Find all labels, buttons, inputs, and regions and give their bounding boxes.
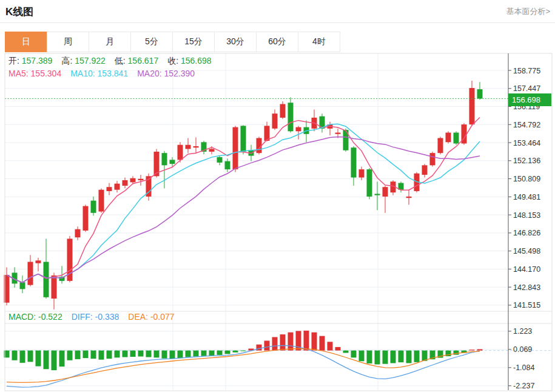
macd-histogram-bar: [328, 342, 333, 350]
axis-tick-label: 157.447: [513, 84, 540, 93]
candle-body: [28, 262, 33, 285]
macd-histogram-bar: [383, 351, 388, 364]
axis-tick-label: 150.809: [513, 175, 540, 183]
candle-body: [422, 165, 428, 175]
macd-histogram-bar: [201, 351, 207, 356]
candle-body: [44, 262, 49, 297]
macd-histogram-bar: [178, 351, 183, 358]
ma5-value: MA5: 155.304: [8, 69, 61, 78]
candle-body: [359, 169, 365, 177]
macd-histogram-bar: [217, 351, 223, 355]
macd-histogram-bar: [36, 351, 41, 367]
macd-histogram-bar: [272, 337, 278, 351]
macd-histogram-bar: [367, 351, 372, 363]
macd-histogram-bar: [20, 351, 25, 363]
candle-body: [454, 133, 459, 144]
diff-value: DIFF: -0.338: [72, 312, 119, 322]
candle-body: [406, 197, 412, 198]
candle-body: [52, 275, 57, 299]
macd-histogram-bar: [107, 351, 112, 359]
candle-body: [115, 184, 120, 190]
macd-histogram-bar: [469, 350, 475, 350]
ohlc-open: 开: 157.389: [8, 56, 52, 66]
macd-histogram-bar: [75, 351, 81, 359]
macd-histogram-bar: [288, 333, 294, 351]
macd-histogram-bar: [146, 351, 152, 357]
candle-body: [99, 190, 104, 212]
macd-histogram-bar: [312, 333, 317, 351]
candle-body: [209, 149, 215, 151]
macd-histogram-bar: [91, 351, 96, 359]
macd-histogram-bar: [375, 351, 380, 365]
macd-histogram-bar: [52, 351, 57, 371]
ma20-line: [7, 137, 480, 282]
macd-layer: [4, 331, 553, 387]
macd-histogram-bar: [130, 351, 136, 357]
macd-histogram-bar: [115, 351, 120, 358]
current-price-tag: 156.698: [508, 93, 551, 106]
candle-body: [233, 127, 238, 169]
axis-tick-label: 146.826: [513, 229, 540, 237]
candle-body: [217, 157, 223, 163]
macd-histogram-bar: [138, 351, 144, 357]
candle-body: [446, 133, 451, 143]
kline-page: K线图 基本面分析> 日周月5分15分30分60分4时 158.775157.4…: [0, 0, 555, 392]
macd-histogram-bar: [477, 350, 483, 351]
macd-histogram-bar: [225, 351, 230, 354]
axis-tick-label: 145.498: [513, 247, 540, 255]
macd-histogram-bar: [83, 351, 89, 358]
macd-info-row: MACD: -0.522DIFF: -0.338DEA: -0.077: [8, 312, 184, 322]
ohlc-high: 高: 157.922: [61, 56, 105, 66]
axis-tick-label: 142.843: [513, 283, 540, 292]
candle-body: [91, 201, 96, 213]
axis-tick-label: 158.775: [513, 67, 540, 75]
candle-body: [225, 161, 230, 169]
candle-body: [20, 282, 25, 289]
axis-tick-label: 154.792: [513, 121, 540, 129]
macd-histogram-bar: [241, 351, 246, 351]
macd-histogram-bar: [67, 351, 73, 360]
candle-body: [296, 127, 301, 132]
ma-info-row: MA5: 155.304MA10: 153.841MA20: 152.390: [8, 69, 204, 78]
macd-histogram-bar: [12, 351, 18, 360]
grid-layer: [5, 53, 508, 390]
macd-histogram-bar: [391, 351, 396, 363]
ohlc-low: 低: 156.617: [115, 56, 158, 66]
candle-body: [170, 160, 175, 164]
axis-tick-label: 0.069: [513, 345, 532, 354]
candle-body: [288, 103, 294, 131]
axis-tick-label: 148.153: [513, 211, 540, 220]
macd-histogram-bar: [414, 351, 420, 362]
candle-body: [241, 126, 246, 152]
candle-body: [383, 187, 388, 197]
ma10-value: MA10: 153.841: [70, 69, 128, 78]
candle-body: [75, 229, 81, 237]
candle-body: [83, 206, 89, 231]
candle-body: [264, 126, 270, 141]
macd-histogram-bar: [170, 351, 175, 359]
ohlc-info-row: 开: 157.389高: 157.922低: 156.617收: 156.698: [8, 56, 221, 67]
macd-histogram-bar: [99, 351, 104, 360]
macd-histogram-bar: [209, 351, 215, 356]
candle-body: [123, 180, 128, 186]
candle-body: [272, 113, 278, 129]
candle-body: [351, 147, 357, 177]
candle-body: [138, 179, 144, 180]
axis-tick-label: 141.515: [513, 301, 540, 309]
ma-lines-layer: [5, 99, 508, 283]
candle-body: [375, 194, 380, 195]
macd-histogram-bar: [186, 351, 191, 357]
macd-histogram-bar: [359, 351, 365, 362]
macd-histogram-bar: [343, 351, 349, 353]
candle-body: [367, 169, 372, 197]
macd-value: MACD: -0.522: [8, 312, 62, 322]
ohlc-close: 收: 156.698: [167, 56, 211, 66]
candle-body: [257, 138, 262, 154]
axis-tick-label: 153.464: [513, 139, 540, 147]
macd-histogram-bar: [162, 351, 167, 359]
macd-histogram-bar: [257, 345, 262, 351]
candle-body: [335, 133, 341, 134]
candle-body: [36, 260, 41, 263]
macd-histogram-bar: [406, 351, 412, 363]
macd-histogram-bar: [44, 351, 49, 370]
